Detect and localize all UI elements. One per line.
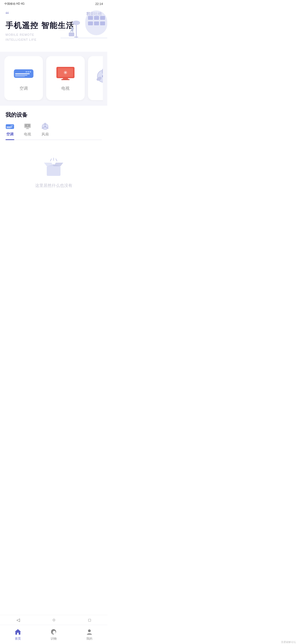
hero-illustration	[61, 8, 107, 43]
ac-card-label: 空调	[20, 86, 28, 91]
empty-state: 这里居然什么也没有	[0, 140, 107, 199]
svg-rect-15	[15, 76, 25, 77]
svg-rect-6	[100, 21, 105, 25]
svg-rect-32	[7, 127, 12, 127]
device-tab-tv[interactable]: 电视	[23, 123, 32, 140]
svg-rect-5	[94, 21, 99, 25]
device-cards-row: 空调 电视	[4, 56, 103, 101]
tv-tab-icon	[23, 123, 32, 130]
device-tab-fan[interactable]: 风扇	[41, 123, 50, 140]
my-devices-section: 我的设备 空调	[0, 106, 107, 140]
svg-rect-23	[63, 78, 68, 79]
svg-point-46	[45, 126, 46, 127]
fan-card-icon	[92, 68, 103, 84]
device-card-ac[interactable]: 空调	[4, 56, 43, 100]
device-cards-section: 空调 电视	[0, 52, 107, 106]
svg-point-38	[27, 125, 28, 126]
svg-point-17	[28, 71, 29, 72]
my-devices-title: 我的设备	[6, 111, 102, 119]
empty-box-icon	[43, 157, 65, 179]
ac-card-icon	[13, 66, 35, 82]
time-text: 22:14	[95, 2, 103, 6]
device-card-tv[interactable]: 电视	[46, 56, 85, 100]
tv-card-icon	[54, 66, 76, 82]
ac-tab-label: 空调	[6, 132, 13, 137]
svg-rect-40	[26, 129, 29, 129]
carrier-text: 中国移动 HD 4G	[4, 2, 24, 6]
svg-rect-2	[94, 16, 99, 20]
svg-rect-24	[61, 79, 70, 80]
svg-rect-39	[26, 128, 29, 129]
fan-tab-icon	[41, 123, 50, 130]
svg-point-18	[26, 71, 27, 72]
device-tabs: 空调 电视	[6, 123, 102, 140]
tv-card-label: 电视	[61, 86, 70, 91]
svg-rect-1	[88, 16, 93, 20]
quote-icon: “	[6, 10, 9, 18]
svg-rect-14	[15, 75, 27, 76]
device-card-fan[interactable]	[88, 56, 103, 100]
empty-text: 这里居然什么也没有	[35, 183, 72, 188]
header-area: “ 我要吐槽 手机遥控 智能生活 MOBILE REMOTE INTELLIGE…	[0, 8, 107, 52]
device-tab-ac[interactable]: 空调	[6, 123, 14, 140]
svg-rect-13	[15, 73, 30, 74]
status-bar: 中国移动 HD 4G 22:14	[0, 0, 107, 8]
svg-point-16	[29, 71, 31, 72]
tv-tab-label: 电视	[24, 132, 31, 137]
svg-rect-4	[88, 21, 93, 25]
svg-rect-33	[7, 128, 11, 128]
svg-rect-10	[69, 32, 74, 36]
svg-point-34	[12, 125, 13, 126]
svg-point-22	[65, 72, 66, 73]
svg-line-49	[50, 159, 51, 161]
svg-point-35	[11, 125, 12, 126]
svg-rect-3	[100, 16, 105, 20]
svg-line-50	[56, 159, 57, 161]
svg-point-8	[72, 21, 80, 25]
time-battery: 22:14	[95, 2, 103, 6]
svg-point-43	[44, 123, 46, 125]
svg-rect-7	[76, 24, 77, 38]
svg-rect-9	[74, 37, 78, 37]
fan-tab-label: 风扇	[42, 132, 49, 137]
svg-rect-47	[47, 166, 61, 176]
ac-tab-icon	[6, 123, 14, 130]
